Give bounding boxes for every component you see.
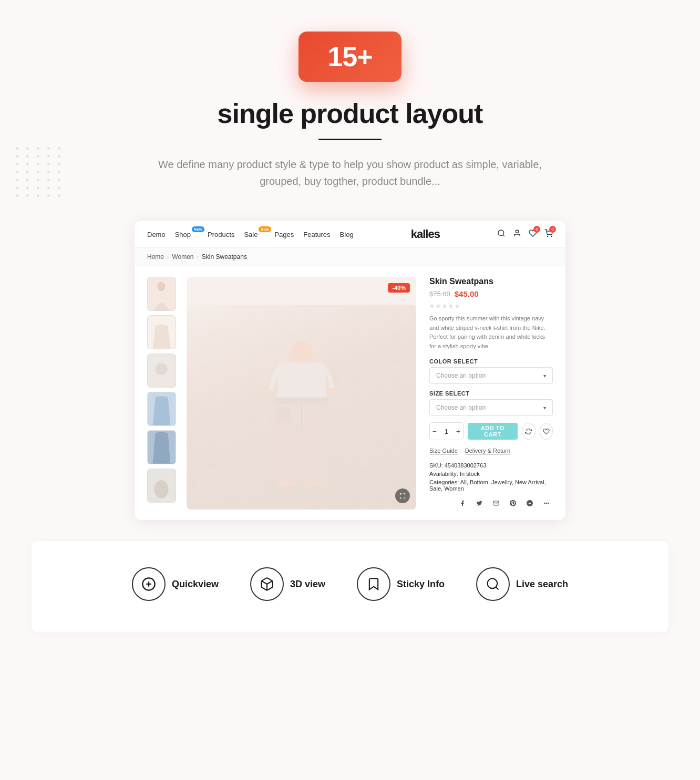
nav-link-pages[interactable]: Pages	[274, 231, 294, 238]
breadcrumb: Home › Women › Skin Sweatpans	[135, 248, 565, 266]
thumbnail-4[interactable]	[147, 392, 176, 426]
svg-point-15	[327, 388, 335, 394]
twitter-share-button[interactable]	[473, 497, 486, 509]
messenger-share-button[interactable]	[523, 497, 536, 509]
size-select-label: SIZE SELECT	[429, 390, 553, 397]
sku-value: 4540383002763	[445, 462, 487, 469]
quantity-input[interactable]: 1	[439, 423, 454, 440]
color-select-value: Choose an option	[436, 372, 486, 379]
star-5	[455, 304, 460, 309]
svg-point-18	[277, 481, 296, 486]
nav-links: Demo Shop New Products Sale Sale Pages F…	[147, 231, 354, 238]
star-4	[448, 304, 454, 309]
size-select-dropdown[interactable]: Choose an option ▾	[429, 399, 553, 416]
size-guide-link[interactable]: Size Guide	[429, 448, 458, 455]
product-name: Skin Sweatpans	[429, 277, 553, 286]
add-to-cart-button[interactable]: ADD TO CART	[468, 423, 518, 440]
svg-point-2	[547, 236, 548, 236]
product-description: Go sporty this summer with this vintage …	[429, 314, 553, 351]
nav-bar: Demo Shop New Products Sale Sale Pages F…	[135, 221, 565, 248]
svg-point-12	[155, 480, 169, 498]
hero-title: single product layout	[11, 98, 689, 129]
stickyinfo-icon-circle	[357, 567, 390, 601]
sku-row: SKU: 4540383002763	[429, 462, 553, 469]
more-share-button[interactable]	[540, 497, 553, 509]
thumbnail-5[interactable]	[147, 430, 176, 464]
cart-row: − 1 + ADD TO CART	[429, 422, 553, 440]
quickview-label: Quickview	[172, 579, 219, 590]
hero-description: We define many product style & type to h…	[150, 156, 550, 190]
price-sale: $45.00	[455, 289, 479, 298]
main-image-inner	[187, 305, 416, 509]
nav-link-blog[interactable]: Blog	[340, 231, 354, 238]
star-rating	[429, 304, 553, 309]
svg-point-27	[488, 579, 498, 589]
thumbnail-1[interactable]	[147, 277, 176, 311]
svg-point-13	[291, 341, 312, 366]
feature-quickview: Quickview	[132, 567, 219, 601]
svg-point-0	[498, 230, 504, 236]
discount-badge: -40%	[388, 283, 410, 293]
star-2	[436, 304, 441, 309]
svg-point-1	[516, 230, 518, 233]
nav-link-demo[interactable]: Demo	[147, 231, 166, 238]
size-dropdown-arrow: ▾	[543, 405, 546, 411]
sku-label: SKU:	[429, 462, 443, 469]
stickyinfo-label: Sticky Info	[397, 579, 445, 590]
star-1	[429, 304, 435, 309]
product-layout: -40% Skin Sweatpans $75.00 $45.00	[135, 266, 565, 520]
breadcrumb-home[interactable]: Home	[147, 253, 164, 261]
quickview-icon-circle	[132, 567, 166, 601]
availability-value: In stock	[460, 471, 480, 477]
breadcrumb-current: Skin Sweatpans	[202, 253, 247, 261]
nav-link-features[interactable]: Features	[303, 231, 330, 238]
thumbnail-3[interactable]	[147, 353, 176, 388]
thumbnail-2[interactable]	[147, 315, 176, 349]
delivery-return-link[interactable]: Delivery & Return	[465, 448, 510, 455]
availability-label: Availability:	[429, 471, 458, 477]
svg-point-3	[551, 236, 552, 236]
categories-label: Categories:	[429, 479, 459, 485]
price-row: $75.00 $45.00	[429, 289, 553, 298]
dots-decoration-left	[16, 147, 63, 197]
nav-link-products[interactable]: Products	[208, 231, 234, 238]
quantity-decrease-button[interactable]: −	[430, 423, 439, 440]
nav-logo: kalles	[364, 227, 487, 241]
nav-link-shop[interactable]: Shop New	[175, 231, 198, 238]
svg-point-20	[544, 503, 545, 504]
hero-divider	[318, 139, 382, 140]
livesearch-label: Live search	[516, 579, 568, 590]
quantity-control: − 1 +	[429, 422, 464, 440]
svg-point-5	[157, 282, 165, 291]
search-nav-button[interactable]	[497, 229, 506, 240]
thumbnail-6[interactable]	[147, 469, 176, 503]
color-select-dropdown[interactable]: Choose an option ▾	[429, 367, 553, 384]
color-dropdown-arrow: ▾	[543, 373, 546, 379]
hero-section: 15+ single product layout We define many…	[0, 0, 700, 211]
breadcrumb-sep-2: ›	[197, 254, 199, 260]
product-links: Size Guide Delivery & Return	[429, 448, 553, 455]
main-product-image: -40%	[187, 277, 416, 509]
svg-point-8	[155, 363, 167, 375]
quantity-increase-button[interactable]: +	[454, 423, 462, 440]
count-badge: 15+	[298, 32, 401, 82]
breadcrumb-women[interactable]: Women	[172, 253, 193, 261]
cart-nav-button[interactable]: 0	[544, 229, 553, 240]
nav-icons: 0 0	[497, 229, 553, 240]
wishlist-nav-button[interactable]: 0	[529, 229, 537, 240]
nav-link-sale[interactable]: Sale Sale	[244, 231, 265, 238]
size-select-value: Choose an option	[436, 404, 486, 411]
wishlist-count: 0	[533, 226, 540, 233]
svg-point-14	[267, 390, 275, 396]
facebook-share-button[interactable]	[456, 497, 469, 509]
email-share-button[interactable]	[490, 497, 502, 509]
account-nav-button[interactable]	[513, 229, 521, 240]
refresh-button[interactable]	[522, 423, 535, 440]
pinterest-share-button[interactable]	[507, 497, 519, 509]
price-original: $75.00	[429, 290, 450, 298]
wishlist-button[interactable]	[540, 423, 553, 440]
badge-container: 15+	[11, 32, 689, 82]
breadcrumb-sep-1: ›	[167, 254, 169, 260]
thumbnails	[147, 277, 176, 509]
product-card: Demo Shop New Products Sale Sale Pages F…	[135, 221, 565, 520]
